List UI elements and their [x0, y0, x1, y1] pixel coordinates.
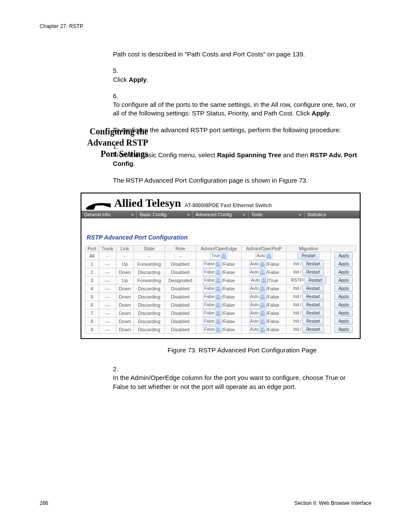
cell-link: Up	[116, 260, 134, 268]
cell-state: Discarding	[134, 284, 165, 292]
cell-admin-oper-ptop: Auto˅/False	[242, 284, 286, 292]
ptop-select[interactable]: Auto˅	[249, 261, 267, 268]
edge-oper-value: /False	[222, 294, 235, 299]
restart-button[interactable]: Restart	[302, 326, 324, 333]
ptop-select-value: Auto	[250, 302, 259, 307]
cell-apply: Apply	[331, 301, 356, 309]
apply-button[interactable]: Apply	[334, 302, 353, 308]
apply-button[interactable]: Apply	[334, 277, 353, 284]
menu-general-info[interactable]: General Info.	[81, 211, 137, 218]
apply-button[interactable]: Apply	[334, 269, 353, 276]
cell-role: Disabled	[165, 301, 196, 309]
edge-select[interactable]: False˅	[203, 277, 222, 284]
apply-button[interactable]: Apply	[334, 252, 353, 259]
table-header: State	[134, 245, 165, 252]
restart-button[interactable]: Restart	[302, 261, 324, 268]
cell-admin-oper-edge: False˅/False	[196, 276, 242, 284]
cell-link: Down	[116, 301, 134, 309]
edge-oper-value: /False	[222, 269, 235, 274]
cell-migration: Init /Restart	[286, 260, 331, 268]
restart-button[interactable]: Restart	[302, 318, 324, 325]
edge-select[interactable]: True˅	[210, 252, 227, 259]
edge-select[interactable]: False˅	[203, 293, 222, 300]
ptop-select[interactable]: Auto˅	[250, 277, 268, 284]
menu-statistics[interactable]: Statistics	[305, 211, 360, 218]
apply-button[interactable]: Apply	[334, 326, 353, 333]
cell-apply: Apply	[331, 284, 356, 292]
step5-text: Click Apply.	[113, 75, 361, 84]
restart-button[interactable]: Restart	[302, 285, 324, 292]
cell-port: 5	[85, 292, 99, 301]
edge-select[interactable]: False˅	[203, 310, 222, 317]
edge-oper-value: /False	[222, 261, 235, 266]
edge-select[interactable]: False˅	[203, 261, 222, 268]
cell-role: Disabled	[165, 260, 196, 268]
apply-button[interactable]: Apply	[334, 293, 353, 300]
edge-oper-value: /False	[222, 310, 235, 315]
cell-admin-oper-ptop: Auto˅/False	[242, 317, 286, 325]
ptop-select[interactable]: Auto˅	[249, 318, 267, 325]
apply-button[interactable]: Apply	[334, 285, 353, 292]
apply-button[interactable]: Apply	[334, 318, 353, 325]
cell-link: Down	[116, 284, 134, 292]
ptop-select[interactable]: Auto˅	[249, 326, 267, 333]
ptop-select[interactable]: Auto˅	[249, 285, 267, 292]
migration-status: Init /	[293, 270, 302, 274]
section-heading: Configuring the Advanced RSTP Port Setti…	[79, 126, 148, 159]
cell-trunk: ---	[99, 284, 116, 292]
cell-trunk: ---	[99, 317, 116, 325]
cell-role: Disabled	[165, 284, 196, 292]
edge-select-value: False	[204, 294, 215, 299]
ptop-select-value: Auto	[251, 278, 260, 283]
cell-migration: Restart	[286, 252, 331, 260]
cell-role: Designated	[165, 276, 196, 284]
table-header: Port	[85, 245, 99, 252]
menu-label: Statistics	[307, 212, 326, 217]
cell-port: 9	[85, 325, 99, 333]
ptop-select[interactable]: Auto˅	[249, 302, 267, 308]
restart-button[interactable]: Restart	[302, 293, 324, 300]
restart-button[interactable]: Restart	[298, 252, 319, 259]
menu-basic-config[interactable]: Basic Config.	[137, 211, 193, 218]
ptop-select[interactable]: Auto˅	[255, 252, 273, 259]
cell-port: All	[85, 252, 99, 260]
cell-state: Forwarding	[134, 260, 165, 268]
menu-tools[interactable]: Tools	[249, 211, 304, 218]
restart-button[interactable]: Restart	[302, 269, 324, 276]
ptop-select[interactable]: Auto˅	[249, 269, 267, 276]
ptop-select-value: Auto	[250, 294, 259, 299]
restart-button[interactable]: Restart	[302, 310, 324, 317]
cell-link: Down	[116, 292, 134, 301]
ptop-select[interactable]: Auto˅	[249, 310, 267, 317]
edge-select[interactable]: False˅	[203, 285, 222, 292]
ptop-select[interactable]: Auto˅	[249, 293, 267, 300]
cell-admin-oper-ptop: Auto˅	[242, 252, 286, 260]
edge-select[interactable]: False˅	[203, 326, 222, 333]
chevron-down-icon: ˅	[261, 278, 266, 283]
table-row: 3---UpForwardingDesignatedFalse˅/FalseAu…	[85, 276, 356, 284]
table-header: Admin/OperEdge	[196, 245, 242, 252]
cell-state: Discarding	[134, 301, 165, 309]
ptop-oper-value: /False	[266, 302, 279, 307]
apply-button[interactable]: Apply	[334, 310, 353, 317]
cell-apply: Apply	[331, 317, 356, 325]
cell-state: Discarding	[134, 268, 165, 276]
edge-select[interactable]: False˅	[203, 302, 222, 308]
cell-role: Disabled	[165, 268, 196, 276]
edge-select[interactable]: False˅	[203, 269, 222, 276]
rstp-table: PortTrunkLinkStateRoleAdmin/OperEdgeAdmi…	[85, 245, 356, 334]
restart-button[interactable]: Restart	[302, 302, 324, 308]
table-header: Link	[116, 245, 134, 252]
cell-migration: Init /Restart	[286, 292, 331, 301]
chevron-down-icon: ˅	[221, 253, 226, 258]
table-row: 6---DownDiscardingDisabledFalse˅/FalseAu…	[85, 301, 356, 309]
apply-button[interactable]: Apply	[334, 261, 353, 268]
migration-status: RSTP/	[291, 278, 303, 283]
restart-button[interactable]: Restart	[305, 277, 326, 284]
chevron-down-icon: ˅	[215, 302, 221, 308]
figure-intro: The RSTP Advanced Port Configuration pag…	[113, 176, 371, 185]
edge-select[interactable]: False˅	[203, 318, 222, 325]
menu-advanced-config[interactable]: Advanced Config.	[193, 211, 249, 218]
chevron-down-icon: ˅	[215, 286, 221, 291]
cell-state: -	[134, 252, 165, 260]
